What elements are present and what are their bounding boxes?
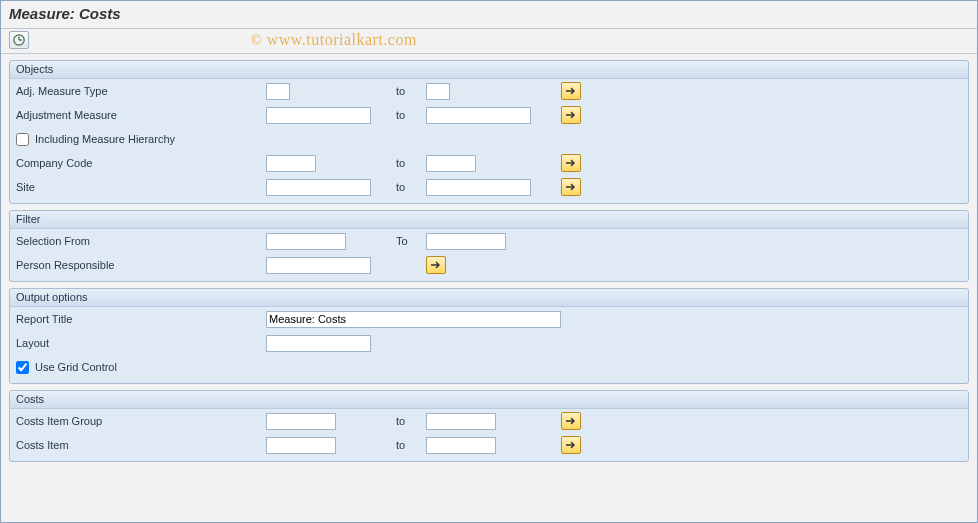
group-costs: Costs Costs Item Group to Costs Item to [9, 390, 969, 462]
toolbar: © www.tutorialkart.com [1, 29, 977, 54]
group-header-costs: Costs [10, 391, 968, 409]
person-responsible-label: Person Responsible [16, 259, 266, 271]
arrow-right-icon [565, 110, 577, 120]
group-header-filter: Filter [10, 211, 968, 229]
adjustment-measure-label: Adjustment Measure [16, 109, 266, 121]
row-site: Site to [10, 175, 968, 199]
site-label: Site [16, 181, 266, 193]
arrow-right-icon [565, 416, 577, 426]
report-title-input[interactable] [266, 311, 561, 328]
costs-item-group-from[interactable] [266, 413, 336, 430]
adj-measure-type-label: Adj. Measure Type [16, 85, 266, 97]
company-code-label: Company Code [16, 157, 266, 169]
to-label: to [396, 85, 426, 97]
selection-from-label: Selection From [16, 235, 266, 247]
to-label: to [396, 157, 426, 169]
to-label: to [396, 415, 426, 427]
use-grid-label: Use Grid Control [35, 361, 117, 373]
row-company-code: Company Code to [10, 151, 968, 175]
company-code-multi-button[interactable] [561, 154, 581, 172]
person-responsible-input[interactable] [266, 257, 371, 274]
group-header-output: Output options [10, 289, 968, 307]
arrow-right-icon [565, 440, 577, 450]
site-to[interactable] [426, 179, 531, 196]
adj-measure-type-multi-button[interactable] [561, 82, 581, 100]
arrow-right-icon [430, 260, 442, 270]
row-adjustment-measure: Adjustment Measure to [10, 103, 968, 127]
adj-measure-type-from[interactable] [266, 83, 290, 100]
group-output-options: Output options Report Title Layout Use G… [9, 288, 969, 384]
report-title-label: Report Title [16, 313, 266, 325]
row-layout: Layout [10, 331, 968, 355]
costs-item-label: Costs Item [16, 439, 266, 451]
costs-item-group-multi-button[interactable] [561, 412, 581, 430]
to-label: to [396, 439, 426, 451]
row-including-hierarchy: Including Measure Hierarchy [10, 127, 968, 151]
arrow-right-icon [565, 182, 577, 192]
adjustment-measure-multi-button[interactable] [561, 106, 581, 124]
row-adj-measure-type: Adj. Measure Type to [10, 79, 968, 103]
row-report-title: Report Title [10, 307, 968, 331]
row-costs-item-group: Costs Item Group to [10, 409, 968, 433]
person-responsible-multi-button[interactable] [426, 256, 446, 274]
content-area: Objects Adj. Measure Type to Adjustment … [1, 54, 977, 474]
arrow-right-icon [565, 86, 577, 96]
to-label: To [396, 235, 426, 247]
execute-button[interactable] [9, 31, 29, 49]
clock-execute-icon [12, 33, 26, 47]
group-header-objects: Objects [10, 61, 968, 79]
row-person-responsible: Person Responsible [10, 253, 968, 277]
group-objects: Objects Adj. Measure Type to Adjustment … [9, 60, 969, 204]
costs-item-from[interactable] [266, 437, 336, 454]
row-use-grid: Use Grid Control [10, 355, 968, 379]
including-hierarchy-checkbox[interactable] [16, 133, 29, 146]
costs-item-to[interactable] [426, 437, 496, 454]
site-from[interactable] [266, 179, 371, 196]
row-selection-from: Selection From To [10, 229, 968, 253]
company-code-from[interactable] [266, 155, 316, 172]
title-bar: Measure: Costs [1, 1, 977, 29]
costs-item-group-label: Costs Item Group [16, 415, 266, 427]
adjustment-measure-to[interactable] [426, 107, 531, 124]
watermark: © www.tutorialkart.com [251, 31, 417, 49]
selection-from-input[interactable] [266, 233, 346, 250]
group-filter: Filter Selection From To Person Responsi… [9, 210, 969, 282]
page-title: Measure: Costs [9, 5, 969, 22]
adjustment-measure-from[interactable] [266, 107, 371, 124]
layout-input[interactable] [266, 335, 371, 352]
arrow-right-icon [565, 158, 577, 168]
including-hierarchy-label: Including Measure Hierarchy [35, 133, 175, 145]
selection-to-input[interactable] [426, 233, 506, 250]
costs-item-multi-button[interactable] [561, 436, 581, 454]
to-label: to [396, 109, 426, 121]
costs-item-group-to[interactable] [426, 413, 496, 430]
layout-label: Layout [16, 337, 266, 349]
row-costs-item: Costs Item to [10, 433, 968, 457]
adj-measure-type-to[interactable] [426, 83, 450, 100]
use-grid-checkbox[interactable] [16, 361, 29, 374]
to-label: to [396, 181, 426, 193]
company-code-to[interactable] [426, 155, 476, 172]
site-multi-button[interactable] [561, 178, 581, 196]
